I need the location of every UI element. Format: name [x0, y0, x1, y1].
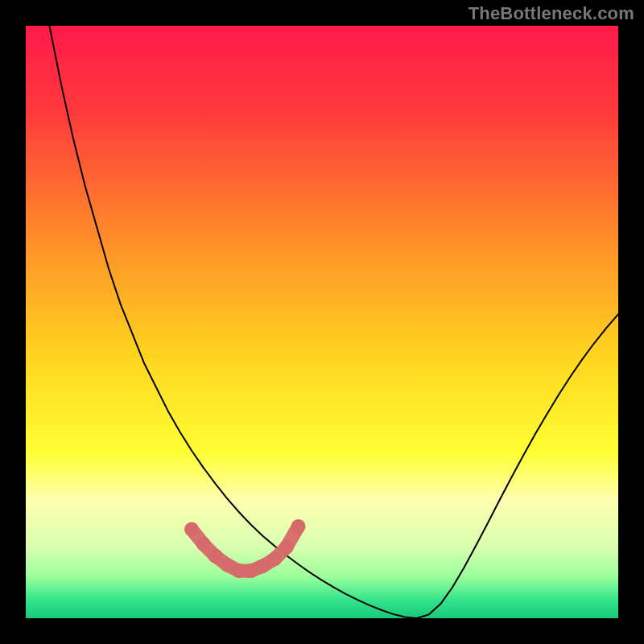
- marker-dot: [291, 519, 306, 534]
- marker-dot: [208, 549, 223, 564]
- watermark-label: TheBottleneck.com: [469, 3, 634, 24]
- chart-frame: TheBottleneck.com: [0, 0, 644, 644]
- chart-svg: [26, 26, 618, 618]
- plot-area: [26, 26, 618, 618]
- gradient-background: [26, 26, 618, 618]
- marker-dot: [279, 540, 294, 555]
- marker-dot: [196, 537, 211, 551]
- marker-dot: [267, 551, 282, 566]
- marker-dot: [184, 522, 199, 537]
